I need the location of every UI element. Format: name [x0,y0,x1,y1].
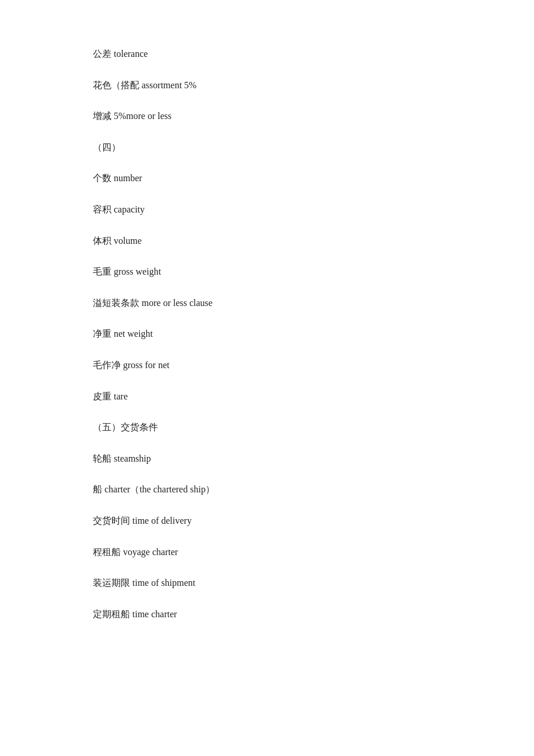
term-text-capacity: 容积 capacity [93,204,145,214]
term-text-number: 个数 number [93,173,142,183]
list-item: （五）交货条件 [93,420,441,435]
list-item: （四） [93,140,441,155]
list-item: 净重 net weight [93,326,441,341]
term-text-charter: 船 charter（the chartered ship） [93,484,215,494]
term-text-five-delivery: （五）交货条件 [93,422,158,432]
term-text-volume: 体积 volume [93,236,142,246]
term-text-time-of-shipment: 装运期限 time of shipment [93,578,195,588]
term-text-gross-weight: 毛重 gross weight [93,267,161,276]
list-item: 交货时间 time of delivery [93,513,441,528]
list-item: 溢短装条款 more or less clause [93,296,441,311]
term-text-time-of-delivery: 交货时间 time of delivery [93,516,192,525]
term-text-gross-for-net: 毛作净 gross for net [93,360,169,370]
list-item: 皮重 tare [93,389,441,404]
list-item: 毛重 gross weight [93,264,441,279]
term-text-assortment: 花色（搭配 assortment 5% [93,80,197,90]
list-item: 船 charter（the chartered ship） [93,482,441,497]
list-item: 花色（搭配 assortment 5% [93,78,441,93]
term-text-tolerance: 公差 tolerance [93,49,148,59]
list-item: 增减 5%more or less [93,109,441,124]
list-item: 定期租船 time charter [93,607,441,622]
term-text-steamship: 轮船 steamship [93,453,151,463]
term-text-net-weight: 净重 net weight [93,329,153,339]
term-text-four: （四） [93,142,121,152]
list-item: 体积 volume [93,233,441,249]
term-text-voyage-charter: 程租船 voyage charter [93,547,178,557]
list-item: 容积 capacity [93,202,441,217]
term-text-more-or-less: 增减 5%more or less [93,111,172,121]
list-item: 程租船 voyage charter [93,545,441,560]
list-item: 个数 number [93,171,441,186]
list-item: 轮船 steamship [93,451,441,466]
term-text-more-or-less-clause: 溢短装条款 more or less clause [93,298,212,308]
list-item: 装运期限 time of shipment [93,575,441,591]
term-text-time-charter: 定期租船 time charter [93,609,177,619]
list-item: 公差 tolerance [93,46,441,62]
term-text-tare: 皮重 tare [93,391,128,401]
list-item: 毛作净 gross for net [93,358,441,373]
main-content: 公差 tolerance花色（搭配 assortment 5%增减 5%more… [0,0,534,684]
